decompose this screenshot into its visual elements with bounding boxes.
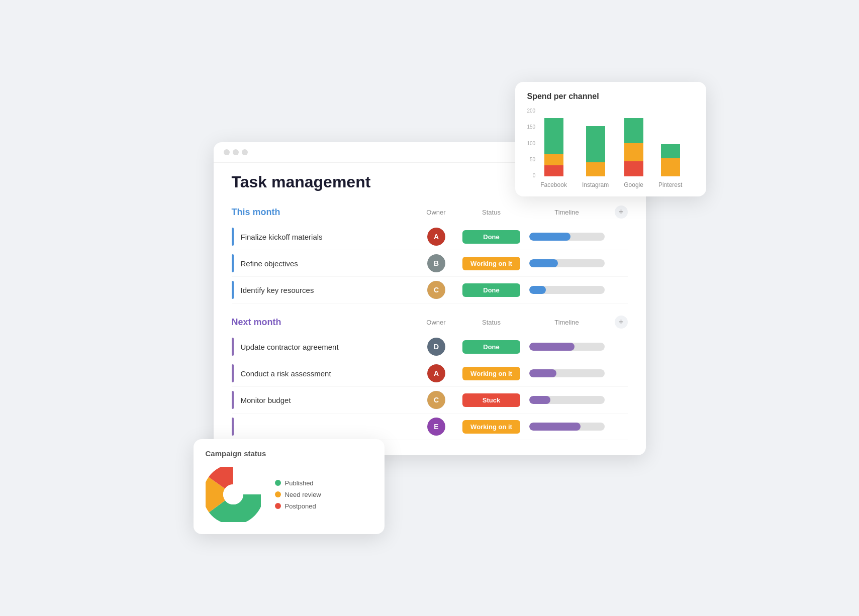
svg-point-17 <box>223 484 243 504</box>
status-badge[interactable]: Done <box>462 283 520 297</box>
avatar: A <box>427 364 445 382</box>
task-name-cell: Monitor budget <box>232 391 414 409</box>
col-owner-label-1: Owner <box>414 209 459 216</box>
timeline-fill <box>529 286 546 294</box>
task-timeline <box>524 343 610 351</box>
task-row: Finalize kickoff materials A Done <box>232 224 628 250</box>
next-month-section: Next month Owner Status Timeline + Updat… <box>232 316 628 440</box>
task-name-cell: Update contractor agreement <box>232 338 414 356</box>
next-month-title: Next month <box>232 317 281 328</box>
next-month-tasks: Update contractor agreement D Done Condu… <box>232 334 628 440</box>
dot-1 <box>224 149 230 155</box>
svg-text:E: E <box>434 423 438 431</box>
y-label-100: 100 <box>527 141 536 146</box>
status-badge[interactable]: Stuck <box>462 393 520 407</box>
avatar: B <box>427 254 445 272</box>
add-col-1: + <box>610 206 628 219</box>
bar-stack <box>544 118 563 176</box>
task-row: Identify key resources C Done <box>232 277 628 303</box>
col-timeline-label-2: Timeline <box>524 319 610 326</box>
campaign-title: Campaign status <box>206 449 372 458</box>
dot-2 <box>233 149 239 155</box>
bar-segment <box>544 118 563 154</box>
avatar: C <box>427 391 445 409</box>
legend-dot <box>275 480 281 486</box>
task-status: Done <box>459 283 524 297</box>
timeline-bar <box>529 369 605 377</box>
bar-segment <box>586 126 605 162</box>
legend-dot <box>275 491 281 497</box>
task-row: Update contractor agreement D Done <box>232 334 628 360</box>
status-badge[interactable]: Working on it <box>462 420 520 434</box>
timeline-fill <box>529 233 571 241</box>
scene: Spend per channel 200 150 100 50 0 Faceb… <box>153 82 706 534</box>
add-col-2: + <box>610 316 628 329</box>
bar-group: Facebook <box>540 118 567 188</box>
col-status-label-1: Status <box>459 209 524 216</box>
status-badge[interactable]: Working on it <box>462 257 520 270</box>
task-left-bar <box>232 391 234 409</box>
spend-card: Spend per channel 200 150 100 50 0 Faceb… <box>515 82 706 196</box>
task-name: Finalize kickoff materials <box>241 233 323 241</box>
status-badge[interactable]: Done <box>462 230 520 244</box>
task-owner: B <box>414 254 459 272</box>
task-status: Working on it <box>459 367 524 380</box>
task-status: Done <box>459 340 524 354</box>
bar-stack <box>586 126 605 176</box>
campaign-content: Published Need review Postponed <box>206 467 372 522</box>
bar-stack <box>624 118 643 176</box>
col-owner-label-2: Owner <box>414 319 459 326</box>
this-month-section: This month Owner Status Timeline + Final… <box>232 206 628 303</box>
bar-segment <box>661 158 680 176</box>
legend-label: Published <box>285 479 314 487</box>
campaign-pie-chart <box>206 467 261 522</box>
bar-group: Pinterest <box>658 144 682 188</box>
timeline-fill <box>529 423 581 431</box>
task-left-bar <box>232 364 234 382</box>
task-name-cell: Refine objectives <box>232 254 414 272</box>
task-timeline <box>524 233 610 241</box>
legend-label: Postponed <box>285 502 316 510</box>
avatar: D <box>427 338 445 356</box>
task-status: Working on it <box>459 420 524 434</box>
y-label-150: 150 <box>527 124 536 130</box>
legend-item: Published <box>275 479 321 487</box>
avatar: E <box>427 418 445 436</box>
chart-y-axis: 200 150 100 50 0 <box>527 108 536 188</box>
task-name: Identify key resources <box>241 286 314 294</box>
svg-text:C: C <box>433 396 438 404</box>
svg-text:B: B <box>433 259 438 267</box>
task-status: Working on it <box>459 257 524 270</box>
task-timeline <box>524 396 610 404</box>
task-name: Monitor budget <box>241 396 291 404</box>
spend-chart-title: Spend per channel <box>527 92 694 101</box>
task-timeline <box>524 286 610 294</box>
timeline-bar <box>529 343 605 351</box>
add-task-button-1[interactable]: + <box>615 206 628 219</box>
task-left-bar <box>232 254 234 272</box>
status-badge[interactable]: Done <box>462 340 520 354</box>
bar-segment <box>624 143 643 161</box>
bar-label: Pinterest <box>658 181 682 188</box>
timeline-bar <box>529 259 605 267</box>
bar-stack <box>661 144 680 176</box>
task-owner: A <box>414 364 459 382</box>
task-timeline <box>524 369 610 377</box>
status-badge[interactable]: Working on it <box>462 367 520 380</box>
next-month-header: Next month Owner Status Timeline + <box>232 316 628 329</box>
bar-segment <box>624 118 643 143</box>
svg-text:A: A <box>433 369 438 377</box>
task-left-bar <box>232 281 234 299</box>
task-status: Stuck <box>459 393 524 407</box>
task-row: Refine objectives B Working on it <box>232 250 628 277</box>
task-name: Refine objectives <box>241 259 298 268</box>
bar-segment <box>586 162 605 176</box>
timeline-fill <box>529 369 556 377</box>
col-timeline-label-1: Timeline <box>524 209 610 216</box>
timeline-bar <box>529 233 605 241</box>
card-body: Task management This month Owner Status … <box>214 163 646 445</box>
y-label-200: 200 <box>527 108 536 114</box>
task-left-bar <box>232 338 234 356</box>
add-task-button-2[interactable]: + <box>615 316 628 329</box>
task-timeline <box>524 423 610 431</box>
